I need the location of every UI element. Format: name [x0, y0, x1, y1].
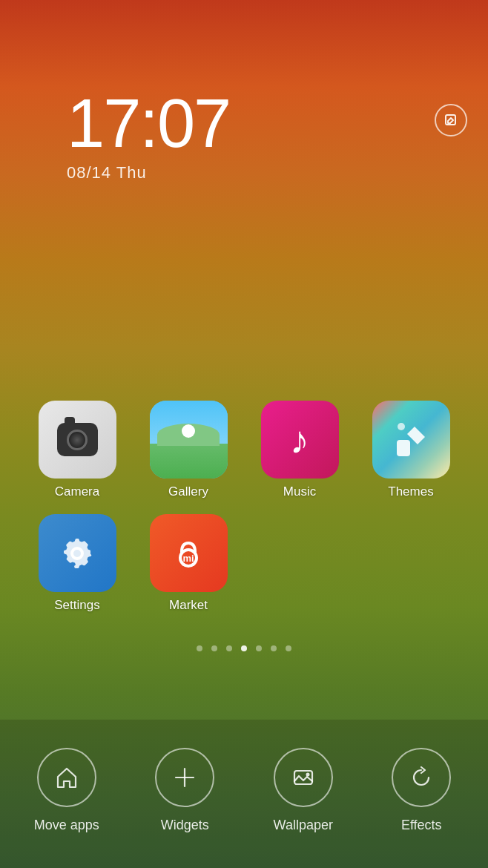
themes-icon: [372, 401, 450, 479]
app-item-camera[interactable]: Camera: [29, 401, 125, 499]
widgets-button[interactable]: Widgets: [136, 748, 233, 833]
page-dot-1[interactable]: [211, 645, 217, 651]
app-label-gallery: Gallery: [168, 484, 208, 499]
wallpaper-circle: [274, 748, 333, 807]
svg-rect-1: [397, 440, 410, 456]
page-dot-3[interactable]: [241, 645, 247, 651]
app-item-market[interactable]: mi Market: [140, 514, 237, 613]
svg-text:mi: mi: [182, 553, 194, 564]
svg-point-2: [398, 423, 405, 430]
app-label-settings: Settings: [54, 598, 99, 613]
svg-point-8: [306, 772, 309, 776]
app-item-themes[interactable]: Themes: [363, 401, 459, 499]
bottom-bar: Move apps Widgets Wallpaper: [0, 720, 488, 868]
page-dot-6[interactable]: [286, 645, 291, 651]
date-display: 08/14 Thu: [67, 163, 230, 183]
effects-button[interactable]: Effects: [373, 748, 469, 833]
effects-circle: [392, 748, 451, 807]
app-item-settings[interactable]: Settings: [29, 514, 125, 613]
move-apps-label: Move apps: [34, 818, 99, 833]
app-label-music: Music: [283, 484, 316, 499]
widgets-circle: [155, 748, 214, 807]
move-apps-circle: [37, 748, 96, 807]
app-label-camera: Camera: [55, 484, 99, 499]
page-dot-0[interactable]: [197, 645, 202, 651]
app-item-gallery[interactable]: Gallery: [140, 401, 237, 499]
market-icon: mi: [150, 514, 228, 592]
app-label-market: Market: [169, 598, 208, 613]
wallpaper-label: Wallpaper: [274, 818, 333, 833]
move-apps-button[interactable]: Move apps: [19, 748, 115, 833]
edit-button[interactable]: [435, 104, 467, 137]
settings-icon: [39, 514, 116, 592]
page-indicators: [197, 645, 291, 651]
wallpaper-button[interactable]: Wallpaper: [255, 748, 352, 833]
app-label-themes: Themes: [388, 484, 433, 499]
time-display: 17:07: [67, 89, 230, 157]
page-dot-4[interactable]: [256, 645, 262, 651]
page-dot-2[interactable]: [226, 645, 232, 651]
app-item-music[interactable]: ♪ Music: [251, 401, 348, 499]
effects-label: Effects: [401, 818, 442, 833]
gallery-icon: [150, 401, 228, 479]
app-grid: Camera Gallery ♪ Music: [29, 401, 459, 613]
page-dot-5[interactable]: [271, 645, 277, 651]
camera-icon: [39, 401, 116, 479]
music-icon: ♪: [261, 401, 339, 479]
widgets-label: Widgets: [161, 818, 209, 833]
clock-section: 17:07 08/14 Thu: [67, 89, 230, 183]
